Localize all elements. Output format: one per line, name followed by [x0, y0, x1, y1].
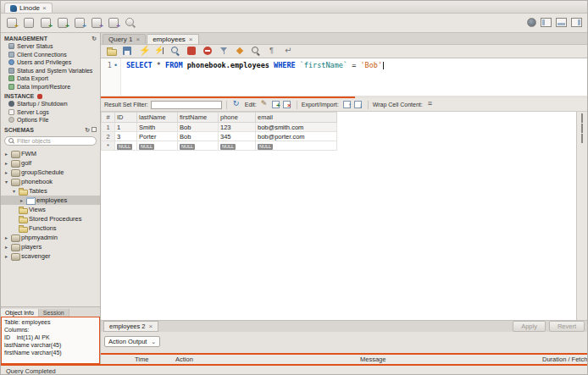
tree-item-groupschedule[interactable]: ▸groupSchedule — [1, 168, 100, 177]
collapsed-arrow-icon[interactable]: ▸ — [3, 253, 9, 259]
toggle-bottom-panel-button[interactable] — [555, 17, 568, 30]
new-table-button[interactable] — [56, 16, 70, 30]
sidebar-item-options-file[interactable]: Options File — [1, 116, 100, 124]
new-view-button[interactable] — [73, 16, 87, 30]
tree-item-fwm[interactable]: ▸FWM — [1, 149, 100, 158]
sidebar-item-client-connections[interactable]: Client Connections — [1, 51, 100, 59]
table-row[interactable]: *NULLNULLNULLNULLNULL — [102, 141, 337, 151]
tree-item-functions[interactable]: Functions — [1, 223, 100, 233]
tree-item-phonebook[interactable]: ▾phonebook — [1, 177, 100, 186]
action-output-selector[interactable]: Action Output ⌄ — [104, 336, 160, 347]
field-types-button[interactable] — [581, 135, 583, 142]
collapsed-arrow-icon[interactable]: ▸ — [3, 234, 9, 240]
expanded-arrow-icon[interactable]: ▾ — [3, 179, 9, 185]
schema-filter-input[interactable] — [17, 138, 89, 144]
collapsed-arrow-icon[interactable]: ▸ — [3, 160, 9, 166]
add-record-button[interactable] — [270, 103, 281, 109]
sidebar-item-data-import-restore[interactable]: Data Import/Restore — [1, 83, 100, 91]
result-grid-view-button[interactable] — [581, 114, 583, 122]
refresh-results-button[interactable] — [231, 100, 242, 109]
import-records-button[interactable] — [352, 103, 363, 109]
execute-current-statement-button[interactable] — [153, 46, 166, 58]
sidebar-item-users-and-privileges[interactable]: Users and Privileges — [1, 58, 100, 67]
tab-object-info[interactable]: Object Info — [1, 309, 39, 317]
action-output-column-action[interactable]: Action — [175, 356, 360, 363]
close-icon[interactable]: × — [136, 36, 140, 43]
column-header-id[interactable]: ID — [115, 113, 137, 123]
open-script-button[interactable] — [105, 46, 118, 58]
tab-session[interactable]: Session — [39, 309, 69, 317]
column-header-row-number[interactable]: # — [102, 113, 115, 123]
connection-tab-close-icon[interactable]: × — [42, 5, 47, 12]
delete-record-button[interactable] — [281, 103, 292, 109]
tree-item-stored-procedures[interactable]: Stored Procedures — [1, 214, 100, 223]
schema-filter[interactable] — [4, 136, 97, 146]
table-row[interactable]: 11SmithBob123bob@smith.com — [102, 123, 337, 132]
save-script-button[interactable] — [121, 46, 134, 58]
tree-item-views[interactable]: Views — [1, 205, 100, 214]
toggle-right-sidebar-button[interactable] — [570, 17, 583, 30]
new-stored-procedure-button[interactable] — [90, 16, 104, 30]
connection-status-button[interactable] — [526, 17, 537, 30]
editor-tab-employees[interactable]: employees× — [147, 34, 198, 44]
result-tab-employees-2[interactable]: employees 2 × — [103, 321, 158, 332]
new-query-tab-button[interactable] — [5, 16, 19, 30]
schemas-inspector-icon[interactable] — [92, 127, 97, 132]
editor-tab-query-1[interactable]: Query 1× — [103, 34, 146, 44]
open-sql-script-button[interactable] — [22, 16, 36, 30]
tree-item-scavenger[interactable]: ▸scavenger — [1, 251, 100, 261]
column-header-firstname[interactable]: firstName — [178, 113, 219, 123]
wrap-cell-content-button[interactable] — [425, 103, 436, 109]
editor-result-splitter[interactable] — [101, 96, 587, 98]
execute-query-button[interactable] — [137, 46, 150, 58]
toggle-stop-on-error-button[interactable] — [202, 46, 214, 58]
sidebar-item-startup-shutdown[interactable]: Startup / Shutdown — [1, 100, 100, 108]
form-editor-button[interactable] — [581, 124, 583, 132]
action-output-column-message[interactable]: Message — [360, 356, 542, 363]
result-tab-close-icon[interactable]: × — [149, 323, 153, 330]
explain-plan-button[interactable] — [169, 46, 182, 58]
schemas-refresh-icon[interactable]: ↻ — [85, 127, 90, 133]
result-set-filter-input[interactable] — [151, 101, 222, 109]
collapsed-arrow-icon[interactable]: ▸ — [3, 169, 9, 175]
sql-editor[interactable]: 1 • SELECT * FROM phonebook.employees WH… — [101, 58, 587, 96]
revert-button[interactable]: Revert — [549, 321, 585, 332]
tree-item-golf[interactable]: ▸golf — [1, 158, 100, 168]
sql-code-line[interactable]: SELECT * FROM phonebook.employees WHERE … — [121, 58, 384, 96]
tree-item-tables[interactable]: ▾Tables — [1, 186, 100, 196]
new-stored-procedure-icon — [91, 17, 103, 28]
collapsed-arrow-icon[interactable]: ▸ — [19, 197, 25, 203]
export-recordset-button[interactable] — [341, 103, 352, 109]
tree-item-players[interactable]: ▸players — [1, 242, 100, 251]
column-header-email[interactable]: email — [256, 113, 337, 123]
expanded-arrow-icon[interactable]: ▾ — [11, 188, 17, 194]
sidebar-item-data-export[interactable]: Data Export — [1, 74, 100, 83]
management-refresh-icon[interactable]: ↻ — [92, 36, 97, 41]
action-output-column-time[interactable]: Time — [135, 356, 175, 363]
show-invisibles-button[interactable] — [266, 46, 279, 58]
toggle-left-sidebar-button[interactable] — [540, 17, 552, 30]
find-and-replace-button[interactable] — [250, 46, 263, 58]
collapsed-arrow-icon[interactable]: ▸ — [3, 244, 9, 250]
sidebar-item-server-status[interactable]: Server Status — [1, 42, 100, 51]
column-header-lastname[interactable]: lastName — [137, 113, 178, 123]
collapsed-arrow-icon[interactable]: ▸ — [3, 151, 9, 157]
toggle-wrap-button[interactable] — [282, 46, 295, 58]
beautify-query-button[interactable] — [234, 46, 247, 58]
tree-item-phpmyadmin[interactable]: ▸phpmyadmin — [1, 233, 100, 242]
sidebar-item-server-logs[interactable]: Server Logs — [1, 108, 100, 117]
action-output-column-duration-fetch[interactable]: Duration / Fetch — [542, 356, 587, 363]
connection-tab[interactable]: Linode × — [4, 3, 53, 13]
new-function-button[interactable] — [107, 16, 121, 30]
search-objects-button[interactable] — [124, 16, 138, 30]
edit-record-button[interactable] — [259, 103, 270, 109]
close-icon[interactable]: × — [189, 36, 193, 43]
table-row[interactable]: 23PorterBob345bob@porter.com — [102, 132, 337, 141]
new-schema-button[interactable] — [39, 16, 53, 30]
apply-button[interactable]: Apply — [513, 321, 546, 332]
limit-rows-button[interactable] — [218, 46, 230, 58]
tree-item-employees[interactable]: ▸employees — [1, 196, 100, 205]
stop-query-button[interactable] — [186, 46, 198, 58]
column-header-phone[interactable]: phone — [219, 113, 256, 123]
sidebar-item-status-and-system-variables[interactable]: Status and System Variables — [1, 67, 100, 75]
